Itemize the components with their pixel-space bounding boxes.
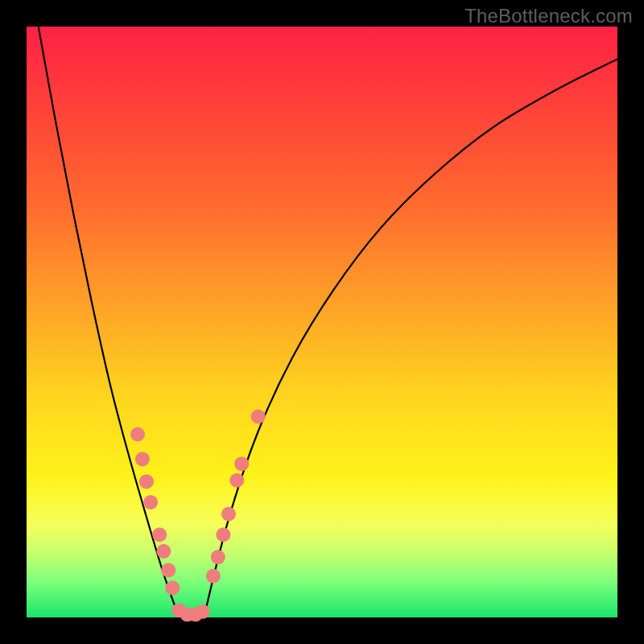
data-marker: [196, 605, 210, 619]
data-marker: [165, 580, 180, 595]
data-marker: [221, 507, 236, 522]
curve-right: [204, 59, 617, 617]
data-marker: [139, 474, 154, 489]
data-marker: [161, 563, 175, 577]
data-marker: [152, 527, 167, 542]
data-marker: [135, 452, 150, 466]
chart-stage: TheBottleneck.com: [0, 0, 644, 644]
chart-svg: [27, 27, 617, 617]
data-marker: [156, 544, 171, 559]
data-marker: [229, 473, 244, 488]
data-marker: [234, 456, 249, 471]
data-markers: [130, 409, 266, 621]
data-marker: [143, 495, 158, 510]
data-marker: [206, 569, 221, 584]
data-marker: [216, 527, 230, 542]
watermark-text: TheBottleneck.com: [464, 5, 633, 27]
data-marker: [211, 550, 225, 564]
data-marker: [251, 409, 266, 423]
data-marker: [130, 427, 145, 442]
